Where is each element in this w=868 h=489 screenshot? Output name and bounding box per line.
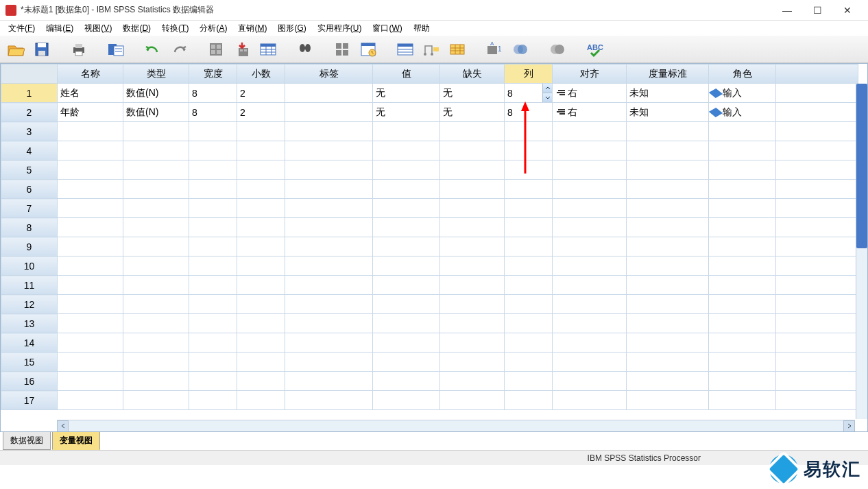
cell-empty[interactable] [553, 141, 627, 160]
cell-empty[interactable] [58, 276, 123, 295]
row-number[interactable]: 13 [1, 314, 58, 333]
cell-empty[interactable] [237, 218, 285, 237]
cell-empty[interactable] [189, 199, 237, 218]
cell-empty[interactable] [237, 314, 285, 333]
column-header-列[interactable]: 列 [505, 64, 553, 84]
cell-empty[interactable] [373, 199, 440, 218]
column-header-小数[interactable]: 小数 [237, 64, 285, 84]
cell-empty[interactable] [373, 180, 440, 199]
cell-小数[interactable]: 2 [237, 84, 285, 103]
cell-empty[interactable] [505, 295, 553, 314]
cell-宽度[interactable]: 8 [189, 84, 237, 103]
cell-empty[interactable] [776, 276, 858, 295]
cell-empty[interactable] [709, 160, 776, 180]
cell-empty[interactable] [285, 314, 373, 333]
cell-empty[interactable] [189, 141, 237, 160]
cell-empty[interactable] [237, 353, 285, 372]
cell-empty[interactable] [776, 122, 858, 141]
cell-标签[interactable] [285, 103, 373, 122]
cell-empty[interactable] [189, 333, 237, 353]
cell-empty[interactable] [373, 160, 440, 180]
cell-类型[interactable]: 数值(N) [123, 84, 189, 103]
row-number[interactable]: 8 [1, 218, 58, 237]
cell-empty[interactable] [440, 122, 505, 141]
scroll-right-icon[interactable] [843, 420, 855, 432]
menu-视图[interactable]: 视图(V) [79, 21, 117, 36]
cell-empty[interactable] [123, 160, 189, 180]
cell-empty[interactable] [189, 257, 237, 276]
cell-empty[interactable] [776, 257, 858, 276]
cell-empty[interactable] [553, 372, 627, 391]
cell-empty[interactable] [285, 333, 373, 353]
cell-缺失[interactable]: 无 [440, 103, 505, 122]
cell-角色[interactable]: 输入 [709, 103, 776, 122]
tab-data-view[interactable]: 数据视图 [3, 431, 51, 450]
menu-分析[interactable]: 分析(A) [194, 21, 232, 36]
cell-对齐[interactable]: 右 [553, 84, 627, 103]
cell-empty[interactable] [553, 180, 627, 199]
close-button[interactable]: ✕ [832, 1, 863, 20]
cell-empty[interactable] [627, 276, 709, 295]
cell-empty[interactable] [373, 257, 440, 276]
cell-empty[interactable] [123, 141, 189, 160]
cell-empty[interactable] [285, 257, 373, 276]
cell-empty[interactable] [123, 257, 189, 276]
cell-empty[interactable] [440, 180, 505, 199]
cell-empty[interactable] [285, 160, 373, 180]
spellcheck-icon[interactable]: ABC [584, 39, 605, 60]
cell-empty[interactable] [709, 276, 776, 295]
cell-empty[interactable] [237, 372, 285, 391]
cell-empty[interactable] [123, 314, 189, 333]
column-header-对齐[interactable]: 对齐 [553, 64, 627, 84]
cell-empty[interactable] [709, 333, 776, 353]
cell-empty[interactable] [123, 295, 189, 314]
goto-variable-icon[interactable] [232, 39, 252, 60]
cell-度量标准[interactable]: 未知 [627, 84, 709, 103]
cell-empty[interactable] [58, 180, 123, 199]
cell-empty[interactable] [776, 218, 858, 237]
cell-empty[interactable] [505, 372, 553, 391]
cell-empty[interactable] [776, 391, 858, 410]
cell-empty[interactable] [285, 295, 373, 314]
cell-empty[interactable] [627, 141, 709, 160]
row-number[interactable]: 10 [1, 257, 58, 276]
cell-empty[interactable] [189, 391, 237, 410]
cell-empty[interactable] [627, 160, 709, 180]
cell-empty[interactable] [627, 372, 709, 391]
redo-icon[interactable] [169, 39, 189, 60]
column-header-角色[interactable]: 角色 [709, 64, 776, 84]
variables-icon[interactable] [258, 39, 278, 60]
cell-角色[interactable]: 输入 [709, 84, 776, 103]
cell-empty[interactable] [709, 141, 776, 160]
cell-empty[interactable] [776, 199, 858, 218]
column-header-名称[interactable]: 名称 [58, 64, 123, 84]
cell-empty[interactable] [123, 237, 189, 257]
row-number[interactable]: 3 [1, 122, 58, 141]
cell-empty[interactable] [440, 218, 505, 237]
goto-case-icon[interactable] [206, 39, 226, 60]
cell-名称[interactable]: 姓名 [58, 84, 123, 103]
run-icon[interactable] [547, 39, 568, 60]
cell-empty[interactable] [440, 276, 505, 295]
cell-empty[interactable] [440, 160, 505, 180]
cell-empty[interactable] [440, 257, 505, 276]
cell-empty[interactable] [189, 276, 237, 295]
horizontal-scrollbar[interactable] [57, 420, 855, 431]
cell-empty[interactable] [237, 257, 285, 276]
save-icon[interactable] [32, 39, 52, 60]
cell-empty[interactable] [237, 391, 285, 410]
cell-empty[interactable] [189, 180, 237, 199]
cell-empty[interactable] [123, 199, 189, 218]
cell-empty[interactable] [285, 353, 373, 372]
use-sets-icon[interactable] [447, 39, 468, 60]
column-header-标签[interactable]: 标签 [285, 64, 373, 84]
row-number[interactable]: 17 [1, 391, 58, 410]
cell-empty[interactable] [440, 237, 505, 257]
cell-empty[interactable] [553, 122, 627, 141]
cell-empty[interactable] [776, 295, 858, 314]
cell-empty[interactable] [373, 353, 440, 372]
column-header-缺失[interactable]: 缺失 [440, 64, 505, 84]
cell-empty[interactable] [58, 122, 123, 141]
cell-empty[interactable] [776, 160, 858, 180]
cell-empty[interactable] [123, 333, 189, 353]
